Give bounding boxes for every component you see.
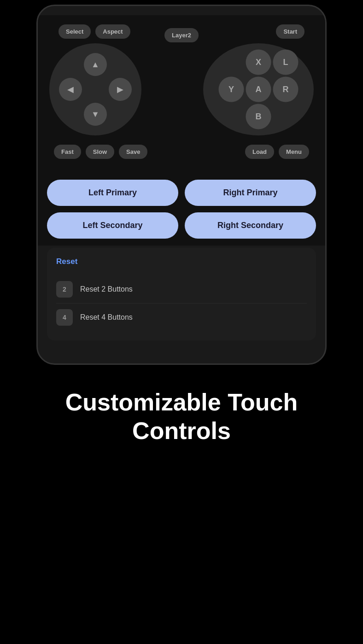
dpad-empty-bl [59,103,82,126]
headline-area: Customizable Touch Controls [0,365,363,473]
aspect-button[interactable]: Aspect [95,24,130,39]
bottom-buttons-row: Fast Slow Save Load Menu [45,138,318,159]
top-buttons-row: Select Aspect Layer2 Start [45,24,318,39]
face-grid: X L Y A R B [219,50,299,129]
dpad-empty-tl [59,53,82,76]
load-button[interactable]: Load [245,145,274,159]
dpad-empty-center [84,78,107,101]
bottom-right-buttons: Load Menu [245,145,309,159]
layer2-button[interactable]: Layer2 [164,28,199,42]
face-empty-br [273,104,299,129]
face-y-button[interactable]: Y [219,77,244,102]
select-button[interactable]: Select [59,24,91,39]
start-button[interactable]: Start [276,24,304,39]
slow-button[interactable]: Slow [86,145,114,159]
face-buttons-container: X L Y A R B [203,43,314,135]
dpad-empty-tr [109,53,132,76]
dpad-down-button[interactable]: ▼ [84,103,107,126]
reset-2-icon: 2 [56,281,73,298]
headline-text: Customizable Touch Controls [28,388,335,445]
face-a-button[interactable]: A [246,77,271,102]
controller-area: Select Aspect Layer2 Start ▲ ◀ ▶ [38,15,325,173]
face-x-button[interactable]: X [246,50,271,75]
fast-button[interactable]: Fast [54,145,81,159]
menu-button[interactable]: Menu [279,145,309,159]
reset-title: Reset [56,257,307,266]
dpad-empty-br [109,103,132,126]
face-l-button[interactable]: L [273,50,299,75]
reset-4-icon: 4 [56,309,73,326]
reset-4-label: Reset 4 Buttons [80,313,133,322]
face-r-button[interactable]: R [273,77,299,102]
save-button[interactable]: Save [119,145,147,159]
left-secondary-button[interactable]: Left Secondary [47,212,178,239]
right-primary-button[interactable]: Right Primary [185,180,316,206]
right-secondary-button[interactable]: Right Secondary [185,212,316,239]
face-empty-bl [219,104,244,129]
bottom-left-buttons: Fast Slow Save [54,145,147,159]
left-primary-button[interactable]: Left Primary [47,180,178,206]
dpad-grid: ▲ ◀ ▶ ▼ [59,53,132,126]
dpad-right-button[interactable]: ▶ [109,78,132,101]
phone-frame: Select Aspect Layer2 Start ▲ ◀ ▶ [36,5,327,365]
reset-2-label: Reset 2 Buttons [80,285,133,293]
dpad-up-button[interactable]: ▲ [84,53,107,76]
controls-row: ▲ ◀ ▶ ▼ X L Y A [45,43,318,135]
reset-section: Reset 2 Reset 2 Buttons 4 Reset 4 Button… [47,248,316,340]
mapping-buttons-area: Left Primary Right Primary Left Secondar… [38,173,325,246]
reset-4-buttons-item[interactable]: 4 Reset 4 Buttons [56,304,307,331]
face-b-button[interactable]: B [246,104,271,129]
dpad-left-button[interactable]: ◀ [59,78,82,101]
face-empty-tl [219,50,244,75]
dpad-container: ▲ ◀ ▶ ▼ [49,43,141,135]
reset-2-buttons-item[interactable]: 2 Reset 2 Buttons [56,275,307,304]
